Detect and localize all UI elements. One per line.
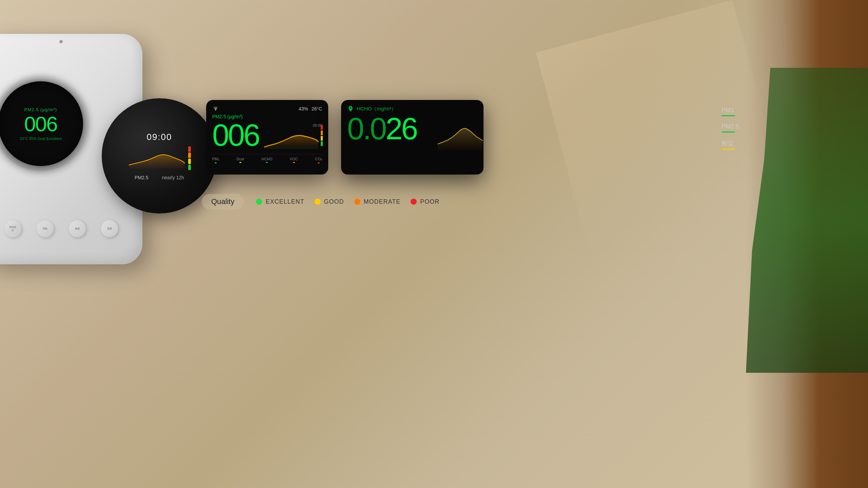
quality-badge: Quality (202, 194, 244, 209)
quality-bar: Quality EXCELLENT GOOD MODERATE POOR (202, 194, 439, 209)
top-right-info: 43% 26°C (299, 106, 322, 111)
tab-pm1[interactable]: PM₁ (212, 157, 219, 163)
tab-dot-co2 (318, 162, 320, 163)
sidebar-pm25: PM2.5 (722, 123, 739, 133)
round-device-metric: PM2.5 (135, 175, 148, 180)
sidebar-dust-underline (722, 149, 735, 150)
main-display: 43% 26°C PM2.5 (μg/m³) 006 09:00 (206, 100, 328, 175)
tab-dot-hcho (266, 162, 268, 163)
svg-rect-8 (321, 141, 323, 146)
svg-rect-0 (188, 146, 191, 152)
purifier-btn-4[interactable]: 设置 (101, 220, 118, 237)
svg-rect-7 (321, 136, 323, 141)
sensor-dot (59, 40, 63, 43)
main-display-topbar: 43% 26°C (212, 105, 322, 112)
legend-label-good: GOOD (324, 198, 344, 205)
legend-dot-moderate (354, 199, 360, 205)
svg-rect-1 (188, 152, 191, 158)
svg-rect-3 (188, 165, 191, 170)
hcho-display: HCHO（mg/m³） 0.0 26 (341, 100, 484, 175)
tab-hcho[interactable]: HCHO (261, 157, 272, 163)
purifier-screen: PM2.5 (μg/m³) 006 23°C 65% Dust Excellen… (0, 81, 83, 166)
hcho-label: HCHO（mg/m³） (357, 106, 396, 112)
purifier-btn-1[interactable]: 自动运行 (4, 220, 21, 237)
round-device-duration: nearly 12h (162, 175, 184, 180)
legend-label-excellent: EXCELLENT (265, 198, 304, 205)
legend-poor: POOR (411, 198, 439, 205)
legend-dot-excellent (256, 199, 262, 205)
sidebar-pm25-label: PM2.5 (722, 123, 739, 130)
purifier-btn-3[interactable]: 加湿 (69, 220, 86, 237)
sidebar-dust-label: 粉尘 (722, 139, 739, 147)
legend-label-moderate: MODERATE (364, 198, 401, 205)
hcho-value-dim: 0.0 (347, 114, 386, 144)
sidebar-pm1-label: PM1 (722, 107, 739, 114)
svg-rect-5 (321, 125, 323, 130)
tab-voc[interactable]: VOC (290, 157, 298, 163)
round-device-time: 09:00 (146, 132, 172, 142)
right-sidebar: PM1 PM2.5 粉尘 (722, 100, 739, 157)
legend-dot-poor (411, 199, 417, 205)
legend-good: GOOD (315, 198, 344, 205)
quality-legend: EXCELLENT GOOD MODERATE POOR (256, 198, 439, 205)
svg-rect-2 (188, 159, 191, 164)
legend-dot-good (315, 199, 321, 205)
main-display-content: 006 09:00 (212, 120, 322, 150)
humidity-value: 43% (299, 106, 308, 111)
purifier-buttons: 自动运行 开机 加湿 设置 (0, 220, 125, 237)
sidebar-pm1: PM1 (722, 107, 739, 116)
round-device: 09:00 PM2.5 nearly 12h (102, 98, 217, 214)
quality-badge-label: Quality (211, 197, 234, 206)
svg-point-4 (215, 110, 216, 111)
temperature-value: 26°C (312, 106, 322, 111)
purifier-pm-value: 006 (24, 114, 57, 135)
svg-rect-6 (321, 130, 323, 135)
tab-dot-pm1 (215, 162, 217, 163)
main-pm-value: 006 (212, 120, 259, 150)
legend-moderate: MODERATE (354, 198, 401, 205)
main-chart: 09:00 (262, 123, 322, 150)
round-device-chart (125, 146, 193, 170)
tab-co2[interactable]: CO₂ (315, 157, 322, 163)
legend-label-poor: POOR (420, 198, 439, 205)
main-bottom-tabs: PM₁ Dust HCHO VOC CO₂ (212, 154, 322, 163)
wifi-icon (212, 105, 219, 112)
legend-excellent: EXCELLENT (256, 198, 304, 205)
hcho-value-bright: 26 (386, 114, 417, 144)
hcho-header: HCHO（mg/m³） (347, 105, 477, 112)
sidebar-dust: 粉尘 (722, 139, 739, 150)
sidebar-pm1-underline (722, 115, 735, 116)
hcho-chart (436, 114, 484, 154)
tab-dust[interactable]: Dust (237, 157, 244, 163)
tab-dot-voc (293, 162, 295, 163)
round-device-labels: PM2.5 nearly 12h (135, 175, 184, 180)
sidebar-pm25-underline (722, 131, 735, 133)
purifier-pm-stats: 23°C 65% Dust Excellent (20, 137, 61, 141)
purifier-pm-label: PM2.5 (μg/m³) (24, 107, 57, 112)
tab-dot-dust (239, 162, 241, 163)
purifier-btn-2[interactable]: 开机 (37, 220, 54, 237)
